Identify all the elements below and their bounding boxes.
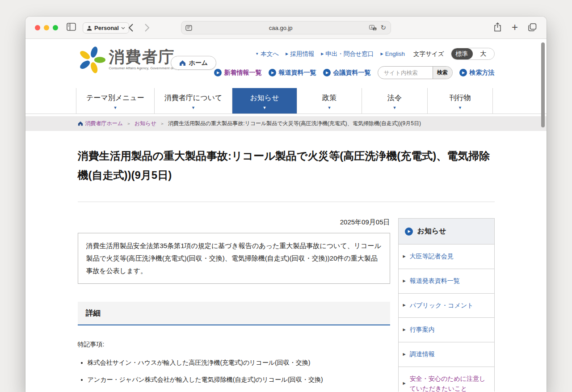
scrollbar-thumb[interactable] [541, 42, 545, 127]
browser-toolbar: Personal caa.go.jp A あ [25, 17, 547, 39]
main-navigation: テーマ別メニュー▼ 消費者庁について▼ お知らせ▼ 政策▼ 法令▼ 刊行物▼ [25, 88, 547, 114]
sidebar-item-public-comment[interactable]: ▶パブリック・コメント [399, 294, 494, 318]
forward-button[interactable] [144, 23, 150, 32]
breadcrumb: 消費者庁ホーム ＞ お知らせ ＞ 消費生活用製品の重大製品事故:リコール製品で火… [78, 116, 495, 131]
caret-down-icon: ▼ [428, 105, 492, 110]
link-recruit[interactable]: ▶ 採用情報 [286, 50, 314, 58]
profile-label: Personal [94, 25, 119, 31]
svg-text:あ: あ [374, 27, 377, 30]
tab-overview-icon[interactable] [528, 23, 537, 31]
site-logo[interactable]: 消費者庁 Consumer Affairs Agency, Government… [78, 46, 185, 74]
recall-bullet-list: 株式会社サイン・ハウスが輸入した高圧洗浄機(充電式)のリコール(回収・交換) ア… [88, 358, 390, 385]
sidebar-item-events[interactable]: ▶行事案内 [399, 318, 494, 342]
link-english[interactable]: ▶ English [381, 51, 405, 57]
link-meeting-list[interactable]: ▶ 会議資料一覧 [323, 69, 371, 77]
caret-down-icon: ▼ [155, 105, 232, 110]
link-new-info-list[interactable]: ▶ 新着情報一覧 [214, 69, 262, 77]
nav-tab-news[interactable]: お知らせ▼ [232, 88, 297, 114]
caa-pinwheel-icon [78, 46, 105, 74]
caret-right-icon: ▶ [381, 52, 383, 56]
notes-label: 特記事項: [78, 341, 390, 349]
caret-down-icon: ▼ [255, 52, 259, 56]
font-size-toggle: 標準 大 [451, 48, 495, 60]
link-to-main-content[interactable]: ▼ 本文へ [255, 50, 279, 58]
nav-tab-publications[interactable]: 刊行物▼ [427, 88, 493, 114]
breadcrumb-home-link[interactable]: 消費者庁ホーム [78, 120, 123, 127]
page-title: 消費生活用製品の重大製品事故:リコール製品で火災等(高圧洗浄機(充電式)、電気掃… [78, 146, 495, 185]
caret-right-icon: ▶ [403, 327, 406, 333]
font-size-label: 文字サイズ [413, 50, 444, 58]
caret-down-icon: ▼ [362, 105, 427, 110]
sidebar-toggle-icon[interactable] [67, 23, 76, 31]
url-text: caa.go.jp [192, 25, 369, 31]
link-contact[interactable]: ▶ 申出・問合せ窓口 [321, 50, 374, 58]
caret-down-icon: ▼ [297, 105, 362, 110]
sidebar-item-safety-notice[interactable]: ▶安全・安心のために注意していただきたいこと [399, 367, 494, 392]
search-button[interactable]: 検索 [433, 67, 452, 79]
zoom-window-button[interactable] [53, 25, 58, 30]
publish-date: 2025年09月05日 [78, 218, 390, 227]
site-header: 消費者庁 Consumer Affairs Agency, Government… [78, 39, 495, 88]
sidebar-title: ▶ お知らせ [399, 219, 494, 244]
site-search: 検索 [378, 66, 453, 79]
web-page: 消費者庁 Consumer Affairs Agency, Government… [25, 39, 547, 392]
font-size-standard[interactable]: 標準 [451, 48, 473, 59]
play-circle-icon: ▶ [405, 228, 413, 236]
search-input[interactable] [378, 70, 433, 76]
person-icon [87, 25, 92, 31]
sidebar-item-procurement[interactable]: ▶調達情報 [399, 342, 494, 367]
caret-right-icon: ▶ [403, 254, 406, 259]
breadcrumb-separator: ＞ [126, 121, 131, 127]
sidebar-item-press-conference[interactable]: ▶大臣等記者会見 [399, 244, 494, 269]
caret-down-icon: ▼ [232, 105, 297, 110]
reload-icon[interactable]: ↻ [380, 24, 386, 32]
back-button[interactable] [128, 23, 134, 32]
chevron-down-icon [121, 27, 125, 30]
content-area: 2025年09月05日 消費生活用製品安全法第35条第1項の規定に基づき報告のあ… [78, 202, 495, 392]
nav-tab-about[interactable]: 消費者庁について▼ [154, 88, 232, 114]
caret-right-icon: ▶ [403, 278, 406, 284]
list-item: アンカー・ジャパン株式会社が輸入した電気掃除機(自走式)のリコール(回収・交換) [88, 375, 390, 384]
caret-down-icon: ▼ [76, 105, 154, 110]
browser-window: Personal caa.go.jp A あ [25, 17, 547, 392]
translate-icon[interactable]: A あ [369, 25, 377, 31]
quick-links: ▶ 新着情報一覧 ▶ 報道資料一覧 ▶ 会議資料一覧 検索 ▶ 検索方法 [214, 66, 495, 79]
caret-right-icon: ▶ [321, 52, 324, 56]
window-controls [35, 25, 58, 30]
home-button-label: ホーム [189, 59, 208, 67]
link-search-help[interactable]: ▶ 検索方法 [459, 69, 495, 77]
caret-right-icon: ▶ [286, 52, 288, 56]
list-item: 株式会社サイン・ハウスが輸入した高圧洗浄機(充電式)のリコール(回収・交換) [88, 358, 390, 367]
close-window-button[interactable] [35, 25, 40, 30]
minimize-window-button[interactable] [44, 25, 49, 30]
home-icon [78, 121, 83, 126]
play-circle-icon: ▶ [323, 69, 331, 76]
caret-right-icon: ▶ [403, 381, 406, 386]
nav-tab-policy[interactable]: 政策▼ [297, 88, 362, 114]
address-bar[interactable]: caa.go.jp A あ ↻ [181, 21, 391, 34]
utility-links: ▼ 本文へ ▶ 採用情報 ▶ 申出・問合せ窓口 ▶ English 文字サイズ [255, 48, 494, 60]
breadcrumb-separator: ＞ [160, 121, 164, 127]
svg-text:A: A [371, 25, 373, 29]
nav-tab-law[interactable]: 法令▼ [362, 88, 427, 114]
play-circle-icon: ▶ [459, 69, 467, 76]
caret-right-icon: ▶ [403, 303, 406, 308]
profile-switcher[interactable]: Personal [83, 22, 129, 34]
caret-right-icon: ▶ [403, 352, 406, 357]
page-format-icon[interactable] [185, 25, 192, 31]
share-icon[interactable] [494, 22, 501, 32]
nav-tab-theme-menu[interactable]: テーマ別メニュー▼ [76, 88, 154, 114]
play-circle-icon: ▶ [214, 69, 222, 76]
summary-box: 消費生活用製品安全法第35条第1項の規定に基づき報告のあった重大製品事故について… [78, 233, 390, 283]
home-icon [179, 60, 186, 66]
link-press-list[interactable]: ▶ 報道資料一覧 [269, 69, 316, 77]
detail-heading: 詳細 [78, 302, 390, 325]
home-button[interactable]: ホーム [171, 56, 217, 70]
breadcrumb-current: 消費生活用製品の重大製品事故:リコール製品で火災等(高圧洗浄機(充電式)、電気掃… [168, 120, 421, 127]
font-size-large[interactable]: 大 [473, 48, 494, 59]
new-tab-icon[interactable]: + [512, 23, 518, 32]
play-circle-icon: ▶ [269, 69, 276, 76]
sidebar-item-press-release-list[interactable]: ▶報道発表資料一覧 [399, 269, 494, 294]
article-body: 2025年09月05日 消費生活用製品安全法第35条第1項の規定に基づき報告のあ… [78, 218, 390, 392]
breadcrumb-section-link[interactable]: お知らせ [135, 120, 156, 127]
